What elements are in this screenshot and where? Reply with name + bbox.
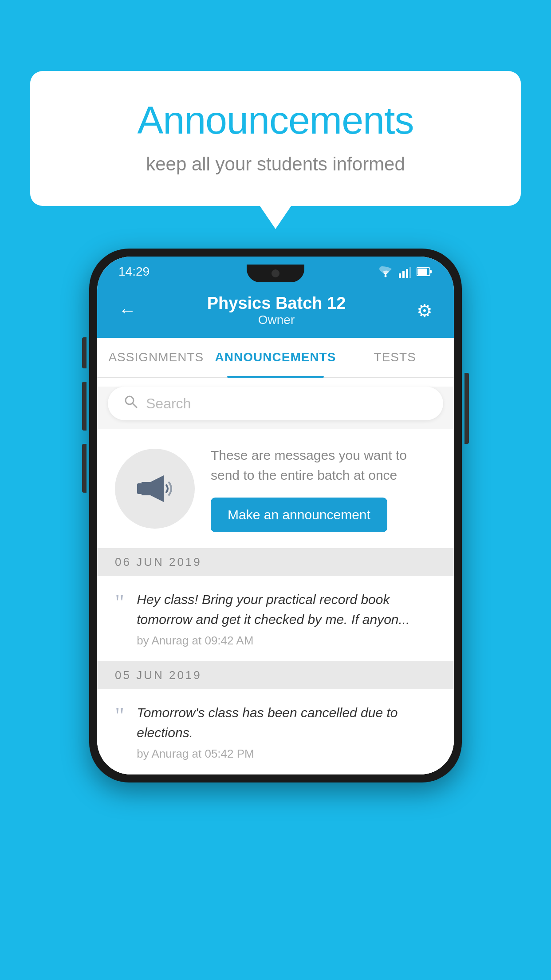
svg-line-9 [133, 403, 137, 407]
svg-rect-4 [409, 267, 411, 278]
quote-icon-1: " [115, 591, 124, 614]
speech-bubble: Announcements keep all your students inf… [30, 71, 521, 206]
tab-announcements[interactable]: ANNOUNCEMENTS [215, 338, 336, 377]
speech-bubble-section: Announcements keep all your students inf… [30, 71, 521, 206]
back-button[interactable]: ← [118, 300, 136, 320]
announcement-meta-1: by Anurag at 09:42 AM [137, 634, 436, 648]
announcement-item-1[interactable]: " Hey class! Bring your practical record… [97, 576, 454, 661]
search-placeholder: Search [146, 395, 191, 412]
announcement-content-2: Tomorrow's class has been cancelled due … [137, 703, 436, 761]
bubble-subtitle: keep all your students informed [66, 154, 485, 175]
svg-rect-7 [417, 269, 427, 275]
announcement-text-1: Hey class! Bring your practical record b… [137, 589, 436, 629]
search-bar[interactable]: Search [108, 387, 443, 420]
content-area: Search [97, 387, 454, 775]
svg-rect-1 [399, 273, 401, 278]
phone-notch [247, 265, 304, 282]
camera-button [82, 444, 87, 493]
signal-icon [399, 265, 411, 278]
search-icon [124, 395, 138, 412]
prompt-content: These are messages you want to send to t… [211, 445, 436, 532]
header-center: Physics Batch 12 Owner [207, 294, 346, 327]
phone-mockup: 14:29 [89, 249, 462, 782]
announcement-prompt: These are messages you want to send to t… [97, 429, 454, 548]
tabs-container: ASSIGNMENTS ANNOUNCEMENTS TESTS [97, 338, 454, 378]
prompt-text: These are messages you want to send to t… [211, 445, 436, 485]
date-separator-1: 06 JUN 2019 [97, 548, 454, 576]
announcement-content-1: Hey class! Bring your practical record b… [137, 589, 436, 648]
tab-tests[interactable]: TESTS [336, 338, 454, 377]
batch-role: Owner [207, 313, 346, 327]
svg-marker-10 [142, 475, 164, 502]
volume-up-button [82, 337, 87, 368]
announcement-text-2: Tomorrow's class has been cancelled due … [137, 703, 436, 743]
announcement-meta-2: by Anurag at 05:42 PM [137, 747, 436, 761]
svg-rect-2 [402, 271, 405, 278]
megaphone-icon-circle [115, 449, 195, 529]
volume-down-button [82, 382, 87, 431]
status-icons [378, 265, 433, 278]
power-button [464, 373, 469, 444]
svg-rect-6 [430, 270, 432, 273]
battery-icon [417, 267, 433, 277]
bubble-title: Announcements [66, 98, 485, 143]
app-header: ← Physics Batch 12 Owner ⚙ [97, 285, 454, 338]
megaphone-icon [133, 466, 177, 511]
phone-screen: 14:29 [97, 257, 454, 775]
tab-assignments[interactable]: ASSIGNMENTS [97, 338, 215, 377]
svg-point-0 [385, 275, 387, 277]
make-announcement-button[interactable]: Make an announcement [211, 498, 387, 532]
date-separator-2: 05 JUN 2019 [97, 661, 454, 689]
status-time: 14:29 [118, 265, 150, 279]
wifi-icon [378, 265, 394, 278]
svg-rect-3 [406, 269, 408, 278]
settings-icon[interactable]: ⚙ [417, 300, 433, 321]
announcement-item-2[interactable]: " Tomorrow's class has been cancelled du… [97, 689, 454, 775]
batch-title: Physics Batch 12 [207, 294, 346, 313]
svg-rect-11 [137, 483, 142, 494]
quote-icon-2: " [115, 704, 124, 727]
front-camera [272, 269, 279, 277]
phone-outer: 14:29 [89, 249, 462, 782]
